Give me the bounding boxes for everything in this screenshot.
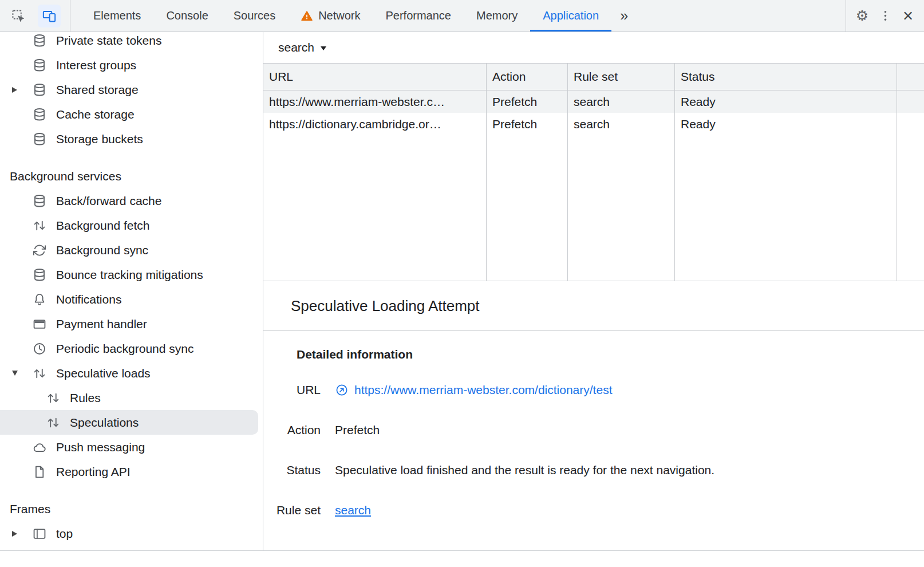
settings-button[interactable]: ⚙ xyxy=(851,5,874,27)
tab-label: Elements xyxy=(93,9,141,22)
swap-vertical-icon xyxy=(46,415,61,430)
gear-icon: ⚙ xyxy=(856,7,868,24)
sidebar-item-private-state-tokens[interactable]: Private state tokens xyxy=(0,32,263,53)
rule-set-link[interactable]: search xyxy=(335,503,371,517)
sidebar-item-speculative-loads[interactable]: Speculative loads xyxy=(0,361,263,385)
clock-icon xyxy=(32,341,47,356)
sidebar-item-background-fetch[interactable]: Background fetch xyxy=(0,213,263,238)
cell-status-1[interactable]: Ready xyxy=(675,113,897,135)
grid-filler xyxy=(263,135,487,281)
sidebar-item-shared-storage[interactable]: Shared storage xyxy=(0,77,263,102)
cell-action-0[interactable]: Prefetch xyxy=(487,90,568,113)
sidebar-item-label: Rules xyxy=(70,391,101,405)
chevron-double-right-icon: » xyxy=(620,7,628,24)
tab-label: Application xyxy=(543,9,599,22)
detail-label: Rule set xyxy=(263,503,321,517)
tab-performance[interactable]: Performance xyxy=(373,0,464,32)
toolbar-right: ⚙ × xyxy=(846,0,924,32)
cell-action-1[interactable]: Prefetch xyxy=(487,113,568,135)
close-devtools-button[interactable]: × xyxy=(897,5,919,27)
sidebar-item-label: Cache storage xyxy=(56,108,135,121)
sidebar-item-reporting-api[interactable]: Reporting API xyxy=(0,459,263,484)
sidebar-item-interest-groups[interactable]: Interest groups xyxy=(0,53,263,77)
cell-rule-set-1[interactable]: search xyxy=(568,113,675,135)
toolbar-separator xyxy=(846,0,846,32)
tab-elements[interactable]: Elements xyxy=(81,0,153,32)
speculations-panel: search URL Action Rule set Status https:… xyxy=(263,32,924,550)
sidebar-item-label: Private state tokens xyxy=(56,34,161,48)
application-sidebar: Private state tokens Interest groups Sha… xyxy=(0,32,263,550)
tab-label: Performance xyxy=(386,9,452,22)
devtools-toolbar: Elements Console Sources Network Perform… xyxy=(0,0,924,32)
sidebar-section-frames: Frames xyxy=(0,497,263,521)
more-tabs-button[interactable]: » xyxy=(611,0,637,32)
column-header-status[interactable]: Status xyxy=(675,64,897,90)
sidebar-item-label: Notifications xyxy=(56,293,121,306)
sidebar-item-notifications[interactable]: Notifications xyxy=(0,287,263,312)
sidebar-item-label: Bounce tracking mitigations xyxy=(56,268,203,282)
sidebar-item-label: Shared storage xyxy=(56,83,139,97)
ruleset-filter-select[interactable]: search xyxy=(278,41,326,54)
grid-filler xyxy=(897,135,924,281)
tab-label: Console xyxy=(166,9,208,22)
sidebar-item-label: Push messaging xyxy=(56,440,145,454)
detail-label: Action xyxy=(263,423,321,437)
sidebar-item-cache-storage[interactable]: Cache storage xyxy=(0,102,263,127)
document-icon xyxy=(32,464,47,479)
row-filler xyxy=(897,113,924,135)
sidebar-item-bounce-tracking-mitigations[interactable]: Bounce tracking mitigations xyxy=(0,262,263,287)
cell-url-0[interactable]: https://www.merriam-webster.c… xyxy=(263,90,487,113)
tab-network[interactable]: Network xyxy=(288,0,373,32)
sidebar-item-rules[interactable]: Rules xyxy=(0,385,263,410)
cell-status-0[interactable]: Ready xyxy=(675,90,897,113)
sync-icon xyxy=(32,243,47,258)
details-heading: Detailed information xyxy=(297,346,924,363)
attempt-url-link[interactable]: https://www.merriam-webster.com/dictiona… xyxy=(354,383,612,397)
tab-memory[interactable]: Memory xyxy=(464,0,530,32)
sidebar-section-background-services: Background services xyxy=(0,164,263,188)
sidebar-item-label: Back/forward cache xyxy=(56,194,161,208)
panel-tabs: Elements Console Sources Network Perform… xyxy=(81,0,637,32)
sidebar-item-back-forward-cache[interactable]: Back/forward cache xyxy=(0,188,263,213)
grid-header-filler xyxy=(897,64,924,90)
sidebar-item-label: Background sync xyxy=(56,243,148,257)
grid-filler xyxy=(675,135,897,281)
device-toolbar-button[interactable] xyxy=(38,5,61,27)
device-toolbar-icon xyxy=(42,9,57,23)
tab-application[interactable]: Application xyxy=(530,0,611,32)
cell-url-1[interactable]: https://dictionary.cambridge.or… xyxy=(263,113,487,135)
database-icon xyxy=(32,82,47,97)
database-icon xyxy=(32,107,47,122)
details-pane: Detailed information URL https://www.mer… xyxy=(263,331,924,530)
database-icon xyxy=(32,132,47,147)
more-options-button[interactable] xyxy=(874,5,897,27)
sidebar-item-periodic-background-sync[interactable]: Periodic background sync xyxy=(0,336,263,361)
tab-console[interactable]: Console xyxy=(153,0,220,32)
sidebar-tree: Private state tokens Interest groups Sha… xyxy=(0,32,263,546)
column-header-rule-set[interactable]: Rule set xyxy=(568,64,675,90)
payment-card-icon xyxy=(32,317,47,332)
collapse-arrow-icon[interactable] xyxy=(8,371,32,376)
sidebar-item-background-sync[interactable]: Background sync xyxy=(0,238,263,262)
sidebar-item-label: Payment handler xyxy=(56,317,147,331)
database-icon xyxy=(32,267,47,282)
detail-row-status: Status Speculative load finished and the… xyxy=(263,450,924,490)
reveal-icon[interactable] xyxy=(335,383,349,397)
tab-sources[interactable]: Sources xyxy=(221,0,288,32)
sidebar-item-storage-buckets[interactable]: Storage buckets xyxy=(0,127,263,151)
expand-arrow-icon[interactable] xyxy=(8,87,32,93)
inspect-icon xyxy=(11,9,26,23)
column-header-url[interactable]: URL xyxy=(263,64,487,90)
sidebar-item-top-frame[interactable]: top xyxy=(0,521,263,546)
column-header-action[interactable]: Action xyxy=(487,64,568,90)
attempt-section-title: Speculative Loading Attempt xyxy=(263,281,924,331)
sidebar-item-push-messaging[interactable]: Push messaging xyxy=(0,435,263,459)
sidebar-item-label: top xyxy=(56,527,73,541)
speculations-table: URL Action Rule set Status https://www.m… xyxy=(263,63,924,281)
sidebar-item-payment-handler[interactable]: Payment handler xyxy=(0,312,263,336)
expand-arrow-icon[interactable] xyxy=(8,531,32,537)
inspect-element-button[interactable] xyxy=(7,5,30,27)
sidebar-item-speculations[interactable]: Speculations xyxy=(0,410,258,435)
tab-label: Sources xyxy=(234,9,275,22)
cell-rule-set-0[interactable]: search xyxy=(568,90,675,113)
